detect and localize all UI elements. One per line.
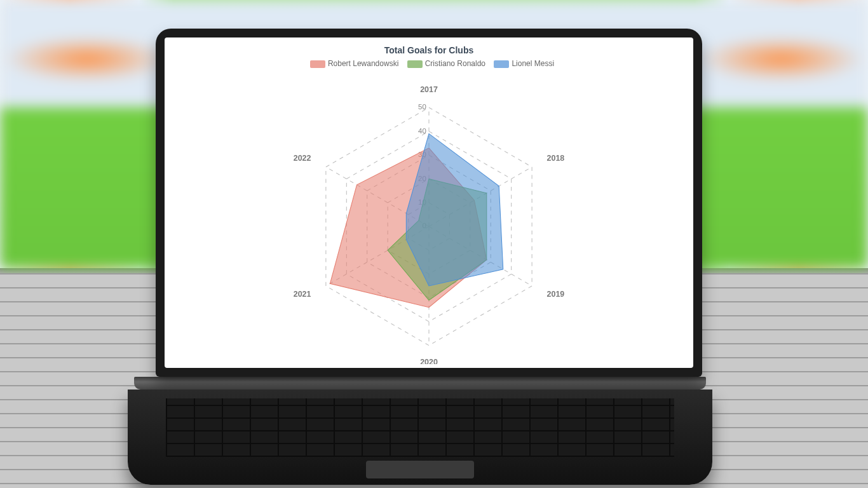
legend-swatch-messi: [494, 60, 509, 68]
svg-text:40: 40: [418, 127, 426, 135]
svg-text:2017: 2017: [420, 85, 438, 94]
laptop-hinge: [134, 377, 706, 390]
svg-text:2020: 2020: [420, 358, 438, 364]
laptop-bezel: Total Goals for Clubs Robert Lewandowski…: [156, 29, 702, 377]
scene-background: Total Goals for Clubs Robert Lewandowski…: [0, 0, 868, 488]
svg-text:2021: 2021: [294, 290, 311, 299]
legend-label-messi: Lionel Messi: [512, 59, 554, 68]
laptop: Total Goals for Clubs Robert Lewandowski…: [156, 29, 712, 485]
legend-swatch-lewandowski: [310, 60, 325, 68]
legend-label-lewandowski: Robert Lewandowski: [328, 59, 398, 68]
legend-label-ronaldo: Cristiano Ronaldo: [425, 59, 485, 68]
keyboard-keys: [166, 398, 674, 457]
laptop-keyboard: [128, 390, 712, 485]
chart-title: Total Goals for Clubs: [165, 45, 693, 55]
svg-text:2022: 2022: [294, 154, 311, 163]
radar-chart: 01020304050201720182019202020212022: [165, 76, 693, 364]
radar-svg: 01020304050201720182019202020212022: [165, 76, 693, 364]
svg-text:2019: 2019: [547, 290, 565, 299]
svg-text:2018: 2018: [547, 154, 565, 163]
laptop-screen: Total Goals for Clubs Robert Lewandowski…: [165, 37, 693, 368]
svg-text:50: 50: [418, 103, 426, 111]
legend-swatch-ronaldo: [407, 60, 423, 68]
trackpad: [366, 461, 474, 478]
chart-legend: Robert Lewandowski Cristiano Ronaldo Lio…: [165, 59, 693, 68]
